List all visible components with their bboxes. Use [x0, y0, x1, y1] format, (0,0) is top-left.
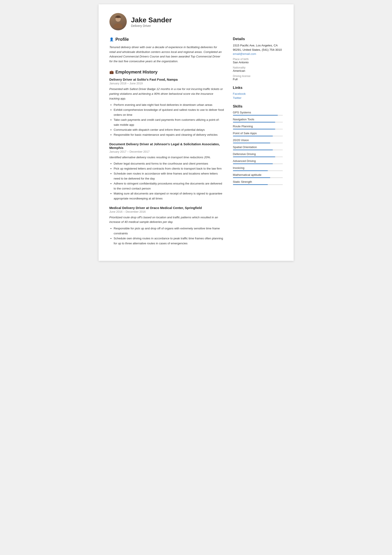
skill-name: Defensive Driving: [233, 153, 283, 156]
skill-bar-fill: [233, 163, 273, 164]
links-heading: Links: [233, 86, 283, 90]
detail-email[interactable]: email@email.com: [233, 52, 283, 56]
skill-20-20-vision: 20/20 Vision: [233, 139, 283, 143]
place-of-birth-value: San Antonio: [233, 61, 283, 64]
skill-bar-fill: [233, 170, 268, 171]
skill-bar-fill: [233, 184, 268, 185]
skill-bar-fill: [233, 157, 276, 157]
bullet-item: Schedule own driving routes in accordanc…: [114, 236, 224, 246]
place-of-birth-label: Place of birth: [233, 58, 283, 61]
skills-section: Skills GPS Systems Navigation Tools Rout…: [233, 104, 283, 185]
skill-bar-fill: [233, 150, 273, 150]
profile-heading: 👤 Profile: [109, 37, 224, 42]
bullet-item: Take cash payments and credit card payme…: [114, 117, 224, 127]
employment-heading: 💼 Employment History: [109, 70, 224, 75]
bullet-item: Pick up registered letters and contracts…: [114, 166, 224, 171]
job-1-bullets: Perform evening and late-night fast food…: [109, 102, 224, 138]
candidate-title: Delivery Driver: [131, 24, 172, 28]
job-2-summary: Identified alternative delivery routes r…: [109, 155, 224, 160]
nationality-value: American: [233, 69, 283, 73]
skill-name: GPS Systems: [233, 111, 283, 114]
skill-mathematical-aptitude: Mathematical aptitude: [233, 173, 283, 178]
bullet-item: Communicate with dispatch center and inf…: [114, 127, 224, 132]
job-1: Delivery Driver at Solito's Fast Food, N…: [109, 78, 224, 137]
link-facebook[interactable]: Facebook: [233, 92, 283, 95]
link-twitter[interactable]: Twitter: [233, 96, 283, 100]
links-section: Links Facebook Twitter: [233, 86, 283, 100]
content-area: 👤 Profile Tenured delivery driver with o…: [109, 37, 283, 252]
bullet-item: Adhere to stringent confidentiality proc…: [114, 181, 224, 191]
bullet-item: Making sure all documents are stamped or…: [114, 191, 224, 201]
skill-bar-bg: [233, 184, 283, 185]
skill-bar-bg: [233, 122, 283, 123]
skills-heading: Skills: [233, 104, 283, 109]
skill-name: Invoicing: [233, 166, 283, 169]
job-3: Medical Delivery Driver at Oraco Medical…: [109, 206, 224, 246]
employment-icon: 💼: [109, 70, 114, 74]
skill-invoicing: Invoicing: [233, 166, 283, 171]
bullet-item: Deliver legal documents and forms to the…: [114, 161, 224, 166]
skill-bar-fill: [233, 177, 270, 178]
side-column: Details 1515 Pacific Ave, Los Angeles, C…: [233, 37, 283, 252]
skill-bar-bg: [233, 163, 283, 164]
bullet-item: Perform evening and late-night fast food…: [114, 102, 224, 108]
resume-page: Jake Sander Delivery Driver 👤 Profile Te…: [99, 4, 294, 261]
candidate-name: Jake Sander: [131, 16, 172, 24]
avatar-image: [109, 13, 127, 30]
header-text: Jake Sander Delivery Driver: [131, 16, 172, 28]
job-1-dates: January 2018 – June 2019: [109, 82, 224, 85]
job-3-dates: June 2016 – December 2016: [109, 210, 224, 213]
skill-navigation-tools: Navigation Tools: [233, 118, 283, 123]
job-2: Document Delivery Driver at Johnson's Le…: [109, 142, 224, 201]
skill-bar-bg: [233, 150, 283, 150]
skill-gps-systems: GPS Systems: [233, 111, 283, 116]
skill-name: Point of Sale Apps: [233, 131, 283, 135]
nationality-label: Nationality: [233, 66, 283, 69]
skill-name: Static Strength: [233, 180, 283, 183]
skill-bar-bg: [233, 170, 283, 171]
svg-rect-3: [116, 16, 120, 17]
main-column: 👤 Profile Tenured delivery driver with o…: [109, 37, 224, 252]
skill-name: Advanced Driving: [233, 159, 283, 163]
job-1-title: Delivery Driver at Solito's Fast Food, N…: [109, 78, 224, 81]
profile-section: 👤 Profile Tenured delivery driver with o…: [109, 37, 224, 64]
skill-bar-bg: [233, 136, 283, 136]
skill-bar-fill: [233, 143, 270, 143]
skill-name: Mathematical aptitude: [233, 173, 283, 176]
skill-point-of-sale: Point of Sale Apps: [233, 131, 283, 136]
job-3-bullets: Responsible for pick up and drop off of …: [109, 226, 224, 246]
profile-text: Tenured delivery driver with over a deca…: [109, 45, 224, 64]
skill-bar-bg: [233, 177, 283, 178]
details-section: Details 1515 Pacific Ave, Los Angeles, C…: [233, 37, 283, 81]
profile-icon: 👤: [109, 37, 114, 41]
skill-route-planning: Route Planning: [233, 125, 283, 129]
job-3-title: Medical Delivery Driver at Oraco Medical…: [109, 206, 224, 210]
skill-bar-bg: [233, 115, 283, 116]
details-heading: Details: [233, 37, 283, 41]
bullet-item: Exhibit comprehensive knowledge of quick…: [114, 108, 224, 117]
driving-license-value: Full: [233, 78, 283, 81]
skill-defensive-driving: Defensive Driving: [233, 153, 283, 157]
skill-bar-fill: [233, 129, 276, 129]
skill-static-strength: Static Strength: [233, 180, 283, 185]
skill-advanced-driving: Advanced Driving: [233, 159, 283, 164]
skill-bar-fill: [233, 136, 273, 136]
skill-spatial-orientation: Spatial Orientation: [233, 146, 283, 150]
skill-name: Spatial Orientation: [233, 146, 283, 149]
skill-name: 20/20 Vision: [233, 139, 283, 142]
skill-bar-fill: [233, 115, 278, 116]
job-1-summary: Presented with Safest Driver Badge 12 mo…: [109, 87, 224, 101]
employment-section: 💼 Employment History Delivery Driver at …: [109, 70, 224, 246]
detail-address: 1515 Pacific Ave, Los Angeles, CA 90291,…: [233, 43, 283, 52]
header: Jake Sander Delivery Driver: [109, 13, 283, 30]
skill-bar-bg: [233, 129, 283, 129]
skill-bar-fill: [233, 122, 276, 123]
bullet-item: Schedule own routes in accordance with t…: [114, 171, 224, 181]
job-2-bullets: Deliver legal documents and forms to the…: [109, 161, 224, 201]
skill-bar-bg: [233, 157, 283, 157]
bullet-item: Responsible for basic maintenance and re…: [114, 132, 224, 138]
skill-name: Navigation Tools: [233, 118, 283, 121]
job-3-summary: Prioritized route drop off's based on lo…: [109, 215, 224, 224]
bullet-item: Responsible for pick up and drop off of …: [114, 226, 224, 236]
svg-point-1: [114, 23, 123, 28]
